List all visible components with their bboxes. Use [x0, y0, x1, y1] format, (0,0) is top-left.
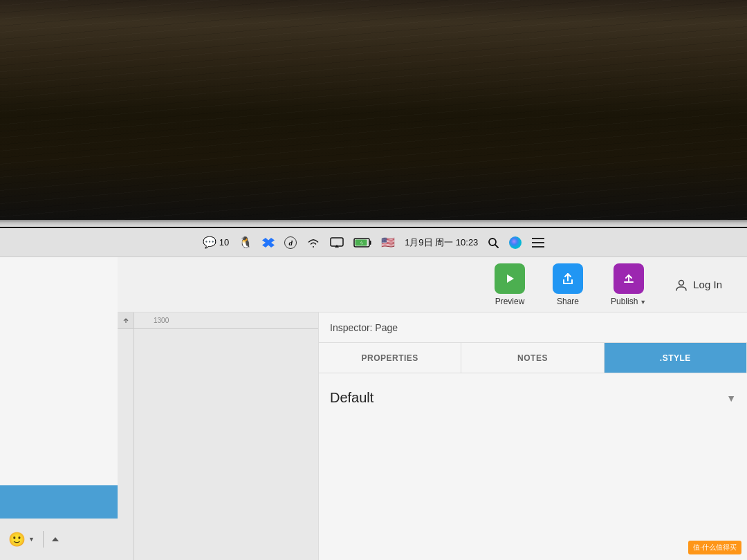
ruler-horizontal: 1300	[134, 312, 318, 329]
menubar: 💬 10 🐧 d	[0, 228, 747, 257]
airplay-icon	[330, 237, 344, 248]
ruler-corner	[118, 312, 134, 329]
emoji-dropdown-icon: ▼	[28, 536, 35, 543]
qq-icon: 🐧	[239, 237, 252, 248]
spotlight-icon	[488, 237, 499, 248]
svg-point-11	[679, 280, 684, 285]
svg-line-5	[495, 245, 498, 248]
menubar-airplay[interactable]	[330, 237, 344, 248]
menubar-wechat[interactable]: 💬 10	[203, 237, 229, 248]
preview-button[interactable]: Preview	[488, 259, 532, 310]
publish-icon	[614, 263, 644, 294]
menubar-datetime: 1月9日 周一 10:23	[405, 236, 478, 249]
default-style-label: Default	[330, 390, 374, 406]
share-label: Share	[557, 297, 579, 306]
tab-notes[interactable]: NOTES	[461, 343, 604, 373]
wifi-icon	[306, 237, 320, 248]
menu-lines-icon	[532, 238, 544, 248]
publish-button[interactable]: Publish ▼	[604, 259, 653, 310]
battery-icon	[353, 238, 371, 248]
menubar-dash[interactable]: d	[284, 236, 297, 249]
menubar-spotlight[interactable]	[488, 237, 499, 248]
menubar-system-icons: 💬 10 🐧 d	[11, 236, 736, 250]
publish-dropdown-arrow: ▼	[640, 299, 646, 306]
login-label: Log In	[693, 279, 722, 290]
inspector-panel: Inspector: Page PROPERTIES NOTES .STYLE …	[318, 312, 747, 560]
inspector-tabs: PROPERTIES NOTES .STYLE	[319, 343, 747, 373]
screen-bezel	[0, 220, 747, 227]
tab-properties[interactable]: PROPERTIES	[319, 343, 461, 373]
datetime-display: 1月9日 周一 10:23	[405, 236, 478, 249]
move-tool-icon	[122, 317, 129, 324]
menubar-qq[interactable]: 🐧	[239, 237, 252, 248]
wechat-count: 10	[219, 237, 229, 248]
svg-point-6	[509, 236, 522, 249]
emoji-button[interactable]: 🙂 ▼	[8, 531, 35, 548]
dropbox-icon	[262, 236, 275, 249]
inspector-header: Inspector: Page	[319, 312, 747, 343]
share-button[interactable]: Share	[546, 259, 590, 310]
app-area: 🙂 ▼ 👤 Preview	[0, 257, 747, 560]
menubar-flag[interactable]: 🇺🇸	[381, 236, 395, 249]
menubar-menu[interactable]	[532, 238, 544, 248]
menubar-battery[interactable]	[353, 238, 371, 248]
watermark-badge: 值·什么值得买	[688, 541, 741, 554]
collapse-button[interactable]	[52, 537, 59, 541]
svg-marker-10	[507, 274, 514, 283]
ruler-vertical	[118, 329, 134, 560]
tab-style[interactable]: .STYLE	[605, 343, 747, 373]
flag-icon: 🇺🇸	[381, 236, 395, 249]
ruler-value: 1300	[154, 317, 169, 324]
emoji-icon: 🙂	[8, 531, 26, 548]
default-style-arrow: ▼	[726, 393, 736, 404]
siri-icon	[508, 236, 522, 250]
wechat-icon: 💬	[203, 237, 216, 248]
sidebar-bottom-toolbar: 🙂 ▼	[0, 519, 118, 560]
publish-label: Publish	[611, 297, 638, 306]
person-login-icon	[675, 279, 688, 291]
chevron-up-icon	[52, 537, 59, 541]
inspector-title: Inspector: Page	[330, 322, 398, 333]
menubar-siri[interactable]	[508, 236, 522, 250]
preview-label: Preview	[495, 297, 525, 306]
login-button[interactable]: Log In	[667, 273, 730, 297]
dash-icon: d	[284, 236, 297, 249]
desk-background	[0, 0, 747, 228]
canvas-area[interactable]: 1300	[118, 312, 318, 560]
main-toolbar: Preview Share Pub	[118, 257, 747, 312]
share-icon	[553, 263, 583, 294]
inspector-content: Default ▼	[319, 373, 747, 422]
menubar-dropbox[interactable]	[262, 236, 275, 249]
svg-rect-2	[370, 241, 371, 245]
default-style-row[interactable]: Default ▼	[330, 384, 736, 411]
preview-icon	[495, 263, 525, 294]
menubar-wifi[interactable]	[306, 237, 320, 248]
